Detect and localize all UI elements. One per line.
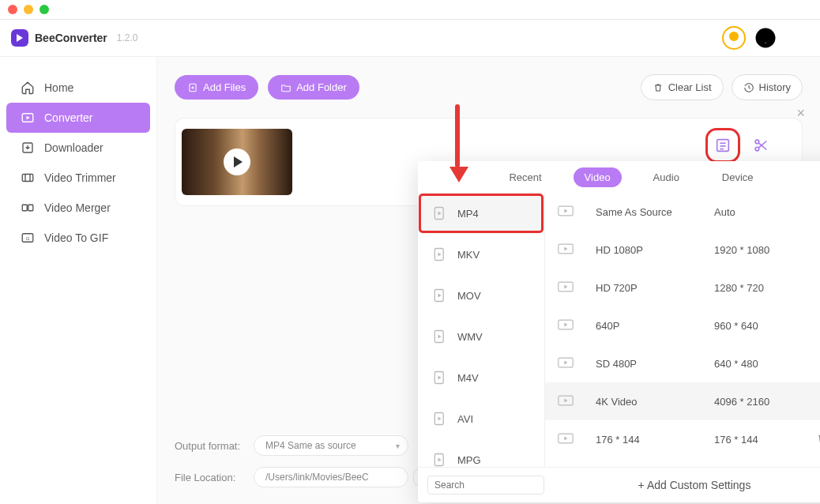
download-icon: [21, 141, 35, 155]
gif-icon: G: [21, 231, 35, 245]
resolution-icon: [558, 243, 574, 257]
window-titlebar: [0, 0, 820, 20]
svg-marker-47: [564, 322, 567, 326]
video-file-icon: [432, 246, 448, 262]
minimize-window-dot[interactable]: [24, 5, 33, 14]
file-location-value: /Users/link/Movies/BeeC: [265, 472, 369, 483]
resolution-icon: [558, 205, 574, 219]
sidebar-item-label: Video To GIF: [44, 231, 108, 244]
history-label: History: [759, 81, 791, 93]
format-item-mp4[interactable]: MP4: [418, 193, 544, 234]
file-add-icon: [187, 82, 198, 93]
resolution-list[interactable]: Same As Source Auto HD 1080P 1920 * 1080…: [545, 193, 820, 467]
svg-rect-12: [28, 205, 33, 211]
resolution-name: 4K Video: [596, 396, 714, 408]
sidebar-item-gif[interactable]: G Video To GIF: [6, 223, 150, 253]
sidebar-item-downloader[interactable]: Downloader: [6, 133, 150, 163]
close-icon[interactable]: ×: [796, 105, 805, 122]
svg-rect-8: [22, 175, 33, 182]
output-format-select[interactable]: MP4 Same as source ▾: [254, 435, 408, 456]
sidebar-item-home[interactable]: Home: [6, 73, 150, 103]
resolution-dim: 1920 * 1080: [714, 244, 820, 256]
svg-marker-35: [438, 376, 442, 380]
format-list[interactable]: MP4 MKV MOV WMV: [418, 193, 545, 467]
trim-icon: [21, 171, 35, 185]
tab-recent[interactable]: Recent: [498, 167, 552, 187]
svg-rect-11: [22, 205, 27, 211]
chevron-down-icon: ▾: [396, 442, 400, 450]
home-icon: [21, 81, 35, 95]
add-custom-label: + Add Custom Settings: [638, 479, 751, 491]
resolution-item[interactable]: HD 720P 1280 * 720: [545, 269, 820, 307]
format-search-input[interactable]: [427, 476, 544, 495]
file-location-label: File Location:: [175, 472, 254, 483]
sidebar-item-label: Downloader: [44, 141, 103, 154]
resolution-item[interactable]: 4K Video 4096 * 2160: [545, 382, 820, 420]
format-label: AVI: [457, 413, 473, 425]
add-files-button[interactable]: Add Files: [175, 75, 258, 100]
format-item-wmv[interactable]: WMV: [418, 316, 544, 357]
video-file-icon: [432, 329, 448, 344]
video-thumb[interactable]: [182, 129, 292, 195]
scissors-icon[interactable]: [752, 137, 769, 154]
resolution-dim: 640 * 480: [714, 358, 820, 370]
clear-list-button[interactable]: Clear List: [641, 74, 724, 100]
resolution-item[interactable]: 176 * 144 176 * 144: [545, 420, 820, 458]
edit-settings-icon[interactable]: [713, 135, 733, 156]
add-folder-button[interactable]: Add Folder: [268, 75, 359, 100]
video-file-icon: [432, 288, 448, 303]
svg-marker-29: [438, 253, 442, 257]
resolution-item[interactable]: 640P 960 * 640: [545, 307, 820, 344]
delete-resolution-icon[interactable]: [816, 432, 820, 447]
format-item-mpg[interactable]: MPG: [418, 439, 544, 467]
menu-icon[interactable]: [785, 26, 809, 50]
svg-marker-31: [438, 294, 442, 298]
folder-add-icon: [280, 82, 292, 93]
history-button[interactable]: History: [732, 74, 803, 100]
app-logo: [11, 29, 28, 47]
svg-marker-37: [438, 417, 442, 421]
main-area: Add Files Add Folder Clear List History: [157, 57, 820, 504]
popup-footer: + Add Custom Settings: [418, 467, 820, 502]
trash-icon: [653, 82, 664, 93]
svg-point-1: [765, 43, 766, 44]
svg-marker-43: [564, 246, 567, 250]
format-item-mkv[interactable]: MKV: [418, 234, 544, 275]
zoom-window-dot[interactable]: [39, 5, 49, 14]
tab-audio[interactable]: Audio: [642, 167, 690, 187]
resolution-name: Same As Source: [596, 206, 714, 218]
account-icon[interactable]: [722, 26, 746, 50]
resolution-name: HD 720P: [596, 282, 714, 294]
format-item-avi[interactable]: AVI: [418, 398, 544, 439]
file-location-field[interactable]: /Users/link/Movies/BeeC: [254, 467, 408, 487]
video-file-icon: [432, 452, 448, 467]
play-icon: [224, 149, 250, 175]
output-format-label: Output format:: [175, 440, 254, 452]
add-folder-label: Add Folder: [296, 81, 347, 93]
sidebar-item-label: Video Trimmer: [44, 171, 116, 184]
resolution-item[interactable]: HD 1080P 1920 * 1080: [545, 231, 820, 269]
svg-marker-6: [27, 116, 31, 120]
resolution-item[interactable]: Same As Source Auto: [545, 193, 820, 231]
video-file-icon: [432, 370, 448, 386]
resolution-name: SD 480P: [596, 358, 714, 370]
svg-point-22: [755, 140, 759, 144]
clear-list-label: Clear List: [668, 81, 712, 93]
format-picker-popup: Recent Video Audio Device MP4 MKV: [418, 161, 820, 502]
sidebar-item-trimmer[interactable]: Video Trimmer: [6, 163, 150, 193]
svg-marker-27: [438, 212, 442, 216]
format-item-mov[interactable]: MOV: [418, 275, 544, 316]
add-custom-settings-button[interactable]: + Add Custom Settings: [544, 479, 820, 491]
resolution-dim: 1280 * 720: [714, 282, 820, 294]
resolution-name: 176 * 144: [596, 434, 714, 446]
tab-video[interactable]: Video: [574, 167, 622, 187]
format-item-m4v[interactable]: M4V: [418, 357, 544, 398]
resolution-dim: 176 * 144: [714, 434, 816, 446]
resolution-item[interactable]: SD 480P 640 * 480: [545, 344, 820, 382]
help-icon[interactable]: [754, 26, 777, 50]
sidebar-item-merger[interactable]: Video Merger: [6, 193, 150, 223]
format-label: MKV: [457, 249, 480, 261]
close-window-dot[interactable]: [8, 5, 17, 14]
tab-device[interactable]: Device: [711, 167, 765, 187]
sidebar-item-converter[interactable]: Converter: [6, 103, 150, 133]
